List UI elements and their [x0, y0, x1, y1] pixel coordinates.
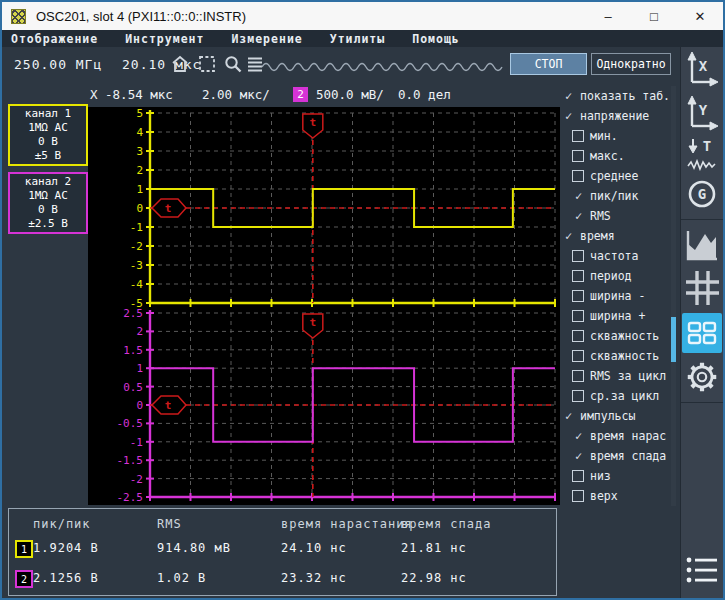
measure-option-17[interactable]: ✓время нарас — [562, 426, 670, 446]
measure-option-10[interactable]: ширина - — [562, 286, 670, 306]
side-icon-column: X Y T G — [680, 47, 723, 598]
measure-option-8[interactable]: частота — [562, 246, 670, 266]
check-icon[interactable]: ✓ — [572, 449, 585, 463]
measure-option-12[interactable]: скважность — [562, 326, 670, 346]
measure-option-5[interactable]: ✓пик/пик — [562, 186, 670, 206]
noise-wave-icon[interactable] — [687, 159, 717, 171]
trigger-text-icon[interactable]: T — [685, 137, 719, 155]
home-icon[interactable] — [170, 54, 192, 76]
check-icon[interactable]: ✓ — [562, 89, 575, 103]
measure-option-11[interactable]: ширина + — [562, 306, 670, 326]
checkbox[interactable] — [572, 130, 584, 142]
measure-option-20[interactable]: верх — [562, 486, 670, 506]
table-cell: 914.80 мВ — [157, 541, 231, 555]
check-icon[interactable]: ✓ — [572, 209, 585, 223]
measurements-table: пик/пик RMS время нарастания время спада… — [8, 508, 557, 596]
svg-text:2: 2 — [136, 164, 143, 177]
waveform-view-icon[interactable] — [684, 226, 720, 264]
close-button[interactable]: ✕ — [677, 2, 723, 30]
check-icon[interactable]: ✓ — [562, 109, 575, 123]
measure-option-label: ширина + — [590, 309, 645, 323]
panel-scrollbar-track[interactable] — [671, 86, 676, 506]
check-icon[interactable]: ✓ — [562, 229, 575, 243]
measure-option-1[interactable]: ✓напряжение — [562, 106, 670, 126]
minimize-button[interactable]: – — [585, 2, 631, 30]
checkbox[interactable] — [572, 330, 584, 342]
check-icon[interactable]: ✓ — [562, 409, 575, 423]
settings-gear-icon[interactable] — [683, 358, 721, 396]
svg-text:-0.5: -0.5 — [117, 417, 144, 430]
table-cell: 22.98 нс — [401, 571, 467, 585]
checkbox[interactable] — [572, 390, 584, 402]
magnifier-icon[interactable] — [223, 54, 245, 76]
measure-option-6[interactable]: ✓RMS — [562, 206, 670, 226]
svg-text:t: t — [165, 202, 172, 215]
measure-option-13[interactable]: скважность — [562, 346, 670, 366]
measure-option-4[interactable]: среднее — [562, 166, 670, 186]
toolbar: 250.00 МГц 20.10 мкс СТОП Однократно — [2, 47, 680, 83]
checkbox[interactable] — [572, 310, 584, 322]
table-cell: 23.32 нс — [281, 571, 347, 585]
svg-text:2.5: 2.5 — [123, 307, 143, 320]
single-shot-button[interactable]: Однократно — [591, 53, 671, 75]
generator-icon[interactable]: G — [684, 175, 720, 213]
menu-item-2[interactable]: Измерение — [231, 32, 302, 46]
measure-option-label: время — [580, 229, 615, 243]
panel-scrollbar-thumb[interactable] — [671, 317, 676, 362]
checkbox[interactable] — [572, 270, 584, 282]
check-icon[interactable]: ✓ — [572, 189, 585, 203]
channel-1-offset: 0 В — [38, 135, 58, 149]
svg-text:-2: -2 — [130, 240, 143, 253]
measure-option-3[interactable]: макс. — [562, 146, 670, 166]
panels-view-icon[interactable] — [682, 313, 722, 353]
svg-text:0: 0 — [136, 202, 143, 215]
measure-option-2[interactable]: мин. — [562, 126, 670, 146]
svg-text:G: G — [698, 186, 706, 202]
measure-option-label: период — [590, 269, 632, 283]
zoom-region-icon[interactable] — [197, 54, 219, 76]
menu-item-1[interactable]: Инструмент — [125, 32, 204, 46]
svg-text:1: 1 — [136, 362, 143, 375]
check-icon[interactable]: ✓ — [572, 429, 585, 443]
measure-option-9[interactable]: период — [562, 266, 670, 286]
stop-button[interactable]: СТОП — [510, 53, 587, 75]
measure-option-16[interactable]: ✓импульсы — [562, 406, 670, 426]
grid-view-icon[interactable] — [684, 268, 720, 308]
checkbox[interactable] — [572, 470, 584, 482]
x-axis-icon[interactable]: X — [684, 49, 720, 89]
menu-item-0[interactable]: Отображение — [11, 32, 98, 46]
measure-option-18[interactable]: ✓время спада — [562, 446, 670, 466]
scope-waveforms[interactable]: 543210-1-2-3-4-5tt2.521.510.50-0.5-1-1.5… — [88, 107, 560, 505]
channel-1-info-box[interactable]: канал 1 1МΩ AC 0 В ±5 В — [8, 104, 88, 166]
svg-text:-2.5: -2.5 — [117, 491, 144, 504]
checkbox[interactable] — [572, 170, 584, 182]
checkbox[interactable] — [572, 370, 584, 382]
checkbox[interactable] — [572, 250, 584, 262]
active-channel-badge[interactable]: 2 — [293, 87, 308, 102]
checkbox[interactable] — [572, 150, 584, 162]
measure-option-label: скважность — [590, 329, 659, 343]
maximize-button[interactable]: □ — [631, 2, 677, 30]
measure-option-19[interactable]: низ — [562, 466, 670, 486]
menu-item-3[interactable]: Утилиты — [330, 32, 385, 46]
y-axis-icon[interactable]: Y — [684, 93, 720, 133]
measure-option-7[interactable]: ✓время — [562, 226, 670, 246]
channel-2-info-box[interactable]: канал 2 1МΩ AC 0 В ±2.5 В — [8, 172, 88, 234]
measure-option-0[interactable]: ✓показать таб. — [562, 86, 670, 106]
checkbox[interactable] — [572, 350, 584, 362]
table-header-peak: пик/пик — [33, 517, 91, 531]
scope-plot-area[interactable]: 543210-1-2-3-4-5tt2.521.510.50-0.5-1-1.5… — [88, 107, 560, 505]
measure-option-15[interactable]: ср.за цикл — [562, 386, 670, 406]
svg-text:-2: -2 — [130, 473, 143, 486]
measure-option-label: частота — [590, 249, 638, 263]
measurements-list-icon[interactable] — [685, 554, 719, 586]
svg-text:-1: -1 — [130, 436, 143, 449]
channel-2-impedance: 1МΩ AC — [28, 189, 68, 203]
checkbox[interactable] — [572, 290, 584, 302]
measure-option-14[interactable]: RMS за цикл — [562, 366, 670, 386]
checkbox[interactable] — [572, 490, 584, 502]
channel-1-impedance: 1МΩ AC — [28, 121, 68, 135]
menu-item-4[interactable]: Помощь — [412, 32, 460, 46]
measure-option-label: скважность — [590, 349, 659, 363]
channel-2-label: канал 2 — [25, 175, 71, 189]
